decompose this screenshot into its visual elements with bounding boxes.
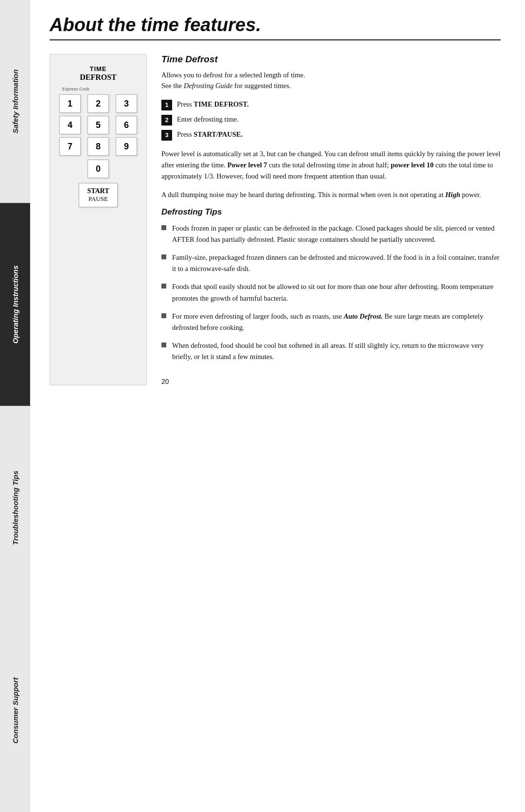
time-defrost-heading: Time Defrost [161,54,501,65]
intro-paragraph: Allows you to defrost for a selected len… [161,70,501,91]
key-0[interactable]: 0 [88,160,109,178]
step-3: 3 Press START/PAUSE. [161,129,501,141]
sidebar-item-safety[interactable]: Safety Information [0,0,30,203]
keypad-grid: 1 2 3 4 5 6 7 8 9 [57,94,139,156]
keypad-defrost-text: DEFROST [80,73,117,81]
sidebar: Safety Information Operating Instruction… [0,0,30,812]
main-content: About the time features. TIME DEFROST Ex… [30,0,525,812]
key-9[interactable]: 9 [116,137,137,156]
key-8[interactable]: 8 [88,137,109,156]
bullet-icon [161,225,166,230]
list-item: For more even defrosting of larger foods… [161,311,501,333]
tip-4-text: For more even defrosting of larger foods… [172,311,501,333]
steps-container: 1 Press TIME DEFROST. 2 Enter defrosting… [161,99,501,141]
text-content: Time Defrost Allows you to defrost for a… [161,54,501,385]
step-2-text: Enter defrosting time. [177,114,239,125]
list-item: Foods that spoil easily should not be al… [161,281,501,304]
key-1[interactable]: 1 [59,94,81,113]
keypad-label: TIME DEFROST [80,64,117,82]
list-item: Family-size, prepackaged frozen dinners … [161,252,501,274]
sidebar-item-consumer[interactable]: Consumer Support [0,609,30,812]
express-cook-label: Express Cook [62,87,89,91]
step-3-number: 3 [161,130,172,141]
bullet-icon [161,284,166,289]
key-0-row: 0 [88,160,109,178]
list-item: When defrosted, food should be cool but … [161,340,501,362]
tip-3-text: Foods that spoil easily should not be al… [172,281,501,304]
start-pause-button[interactable]: START PAUSE [79,183,118,207]
list-item: Foods frozen in paper or plastic can be … [161,223,501,245]
step-1: 1 Press TIME DEFROST. [161,99,501,110]
step-1-text: Press TIME DEFROST. [177,99,249,110]
step-3-text: Press START/PAUSE. [177,129,243,140]
key-2[interactable]: 2 [88,94,109,113]
tip-2-text: Family-size, prepackaged frozen dinners … [172,252,501,274]
content-area: TIME DEFROST Express Cook 1 2 3 4 5 6 7 … [50,54,501,385]
power-level-paragraph: Power level is automatically set at 3, b… [161,148,501,182]
tip-1-text: Foods frozen in paper or plastic can be … [172,223,501,245]
title-divider [50,39,501,40]
sidebar-item-operating[interactable]: Operating Instructions [0,203,30,406]
start-text: START [79,187,117,195]
sidebar-item-troubleshooting[interactable]: Troubleshooting Tips [0,406,30,609]
key-6[interactable]: 6 [116,116,137,134]
step-2: 2 Enter defrosting time. [161,114,501,126]
pause-text: PAUSE [79,195,117,203]
key-7[interactable]: 7 [59,137,81,156]
bullet-icon [161,313,166,318]
key-4[interactable]: 4 [59,116,81,134]
step-2-number: 2 [161,115,172,126]
step-1-number: 1 [161,100,172,110]
tip-5-text: When defrosted, food should be cool but … [172,340,501,362]
page-title: About the time features. [50,15,501,36]
defrosting-tips-heading: Defrosting Tips [161,207,501,217]
page-number: 20 [161,378,501,385]
key-3[interactable]: 3 [116,94,137,113]
keypad-panel: TIME DEFROST Express Cook 1 2 3 4 5 6 7 … [50,54,147,385]
bullet-icon [161,254,166,259]
key-5[interactable]: 5 [88,116,109,134]
thumping-paragraph: A dull thumping noise may be heard durin… [161,189,501,200]
defrosting-tips-list: Foods frozen in paper or plastic can be … [161,223,501,363]
keypad-time-text: TIME [89,65,106,72]
bullet-icon [161,343,166,347]
